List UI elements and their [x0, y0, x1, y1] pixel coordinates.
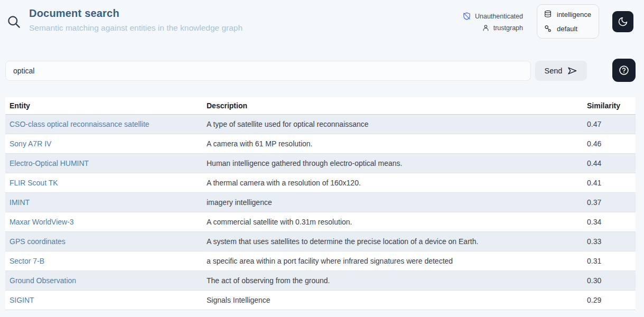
description-cell: imagery intelligence	[202, 192, 583, 212]
description-cell: A commercial satellite with 0.31m resolu…	[202, 212, 583, 231]
auth-cluster: Unauthenticated trustgraph	[462, 12, 523, 35]
entity-link[interactable]: Maxar WorldView-3	[10, 218, 74, 226]
table-row: Sector 7-B a specific area within a port…	[5, 251, 636, 271]
description-cell: A thermal camera with a resolution of 16…	[202, 173, 583, 192]
auth-status-line: Unauthenticated	[462, 12, 523, 21]
entity-cell: IMINT	[5, 192, 202, 212]
auth-user-line: trustgraph	[462, 24, 523, 32]
send-button[interactable]: Send	[535, 61, 587, 81]
similarity-cell: 0.47	[583, 114, 636, 134]
title-block: Document search Semantic matching agains…	[29, 7, 242, 33]
table-row: FLIR Scout TK A thermal camera with a re…	[5, 173, 636, 192]
table-header-row: Entity Description Similarity	[5, 97, 636, 114]
entity-link[interactable]: CSO-class optical reconnaissance satelli…	[10, 120, 150, 128]
description-cell: A type of satellite used for optical rec…	[202, 114, 583, 134]
moon-icon	[618, 16, 628, 27]
entity-cell: Sector 7-B	[5, 251, 202, 271]
table-row: Maxar WorldView-3 A commercial satellite…	[5, 212, 636, 231]
similarity-cell: 0.41	[583, 173, 636, 192]
entity-link[interactable]: SIGINT	[10, 296, 34, 304]
app-header: Document search Semantic matching agains…	[0, 0, 644, 51]
table-row: SIGINT Signals Intelligence 0.29	[5, 290, 636, 310]
column-header-entity: Entity	[5, 97, 202, 114]
send-button-label: Send	[545, 67, 563, 75]
entity-link[interactable]: IMINT	[10, 198, 30, 207]
entity-cell: SIGINT	[5, 290, 202, 310]
table-row: Sony A7R IV A camera with 61 MP resoluti…	[5, 134, 636, 153]
description-cell: A camera with 61 MP resolution.	[202, 134, 583, 153]
entity-cell: Ground Observation	[5, 271, 202, 290]
description-cell: a specific area within a port facility w…	[202, 251, 583, 271]
column-header-description: Description	[202, 97, 583, 114]
page-subtitle: Semantic matching against entities in th…	[29, 23, 242, 33]
search-input[interactable]	[5, 61, 531, 81]
theme-toggle-button[interactable]	[612, 11, 633, 32]
page-title: Document search	[29, 7, 242, 20]
table-row: GPS coordinates A system that uses satel…	[5, 231, 636, 251]
flag-label: intelligence	[557, 11, 591, 18]
table-row: IMINT imagery intelligence 0.37	[5, 192, 636, 212]
similarity-cell: 0.31	[583, 251, 636, 271]
entity-link[interactable]: GPS coordinates	[10, 237, 66, 246]
send-icon	[567, 66, 577, 76]
user-icon	[482, 24, 490, 32]
flag-row-default: default	[544, 24, 592, 33]
flow-icon	[544, 24, 552, 33]
table-row: Electro-Optical HUMINT Human intelligenc…	[5, 153, 636, 173]
entity-cell: Sony A7R IV	[5, 134, 202, 153]
similarity-cell: 0.44	[583, 153, 636, 173]
entity-link[interactable]: Sony A7R IV	[10, 139, 51, 148]
results-body: CSO-class optical reconnaissance satelli…	[5, 114, 636, 310]
table-row: CSO-class optical reconnaissance satelli…	[5, 114, 636, 134]
results-table: Entity Description Similarity CSO-class …	[5, 97, 636, 310]
search-icon	[7, 15, 21, 29]
entity-link[interactable]: Sector 7-B	[10, 257, 44, 265]
database-icon	[544, 10, 552, 18]
similarity-cell: 0.29	[583, 290, 636, 310]
flags-box[interactable]: intelligence default	[537, 4, 599, 39]
similarity-cell: 0.33	[583, 231, 636, 251]
entity-cell: FLIR Scout TK	[5, 173, 202, 192]
description-cell: The act of observing from the ground.	[202, 271, 583, 290]
description-cell: Signals Intelligence	[202, 290, 583, 310]
column-header-similarity: Similarity	[583, 97, 636, 114]
similarity-cell: 0.34	[583, 212, 636, 231]
description-cell: A system that uses satellites to determi…	[202, 231, 583, 251]
similarity-cell: 0.37	[583, 192, 636, 212]
flag-label: default	[557, 25, 577, 33]
similarity-cell: 0.30	[583, 271, 636, 290]
help-button[interactable]	[612, 59, 636, 82]
entity-link[interactable]: Electro-Optical HUMINT	[10, 159, 89, 167]
entity-cell: Maxar WorldView-3	[5, 212, 202, 231]
similarity-cell: 0.46	[583, 134, 636, 153]
entity-cell: Electro-Optical HUMINT	[5, 153, 202, 173]
entity-link[interactable]: Ground Observation	[10, 276, 76, 285]
auth-user-label: trustgraph	[493, 24, 523, 32]
entity-link[interactable]: FLIR Scout TK	[10, 179, 58, 187]
auth-status-label: Unauthenticated	[475, 13, 523, 20]
table-row: Ground Observation The act of observing …	[5, 271, 636, 290]
shield-off-icon	[462, 12, 471, 21]
help-circle-icon	[618, 64, 630, 76]
flag-row-intelligence: intelligence	[544, 10, 592, 18]
entity-cell: GPS coordinates	[5, 231, 202, 251]
entity-cell: CSO-class optical reconnaissance satelli…	[5, 114, 202, 134]
description-cell: Human intelligence gathered through elec…	[202, 153, 583, 173]
